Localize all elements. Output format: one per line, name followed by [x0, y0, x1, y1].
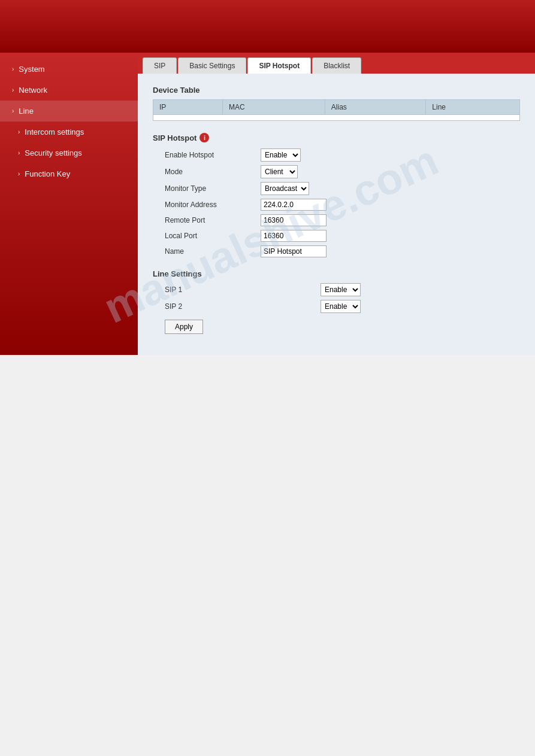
form-row-monitor-address: Monitor Address [153, 199, 520, 211]
input-name[interactable] [261, 245, 327, 257]
tabs-bar: SIP Basic Settings SIP Hotspot Blacklist [138, 53, 535, 74]
form-row-remote-port: Remote Port [153, 214, 520, 226]
sidebar-item-function-key[interactable]: › Function Key [0, 163, 138, 184]
select-mode[interactable]: Client Server [261, 165, 298, 178]
tab-sip-hotspot[interactable]: SIP Hotspot [247, 57, 311, 74]
apply-button[interactable]: Apply [165, 320, 203, 334]
device-table: IP MAC Alias Line [153, 99, 520, 121]
sidebar-label-security: Security settings [25, 148, 81, 157]
info-icon[interactable]: i [200, 133, 209, 142]
label-sip1: SIP 1 [165, 286, 321, 294]
sidebar-label-function-key: Function Key [25, 169, 70, 178]
form-row-mode: Mode Client Server [153, 165, 520, 178]
content-panel: Device Table IP MAC Alias Line [138, 74, 535, 355]
sidebar-item-system[interactable]: › System [0, 59, 138, 80]
input-monitor-address[interactable] [261, 199, 327, 211]
arrow-icon: › [12, 87, 14, 93]
form-row-monitor-type: Monitor Type Broadcast Multicast [153, 182, 520, 195]
form-row-enable-hotspot: Enable Hotspot Enable Disable [153, 148, 520, 162]
arrow-icon: › [12, 108, 14, 114]
main-layout: › System › Network › Line › Intercom set… [0, 53, 535, 355]
select-sip2[interactable]: Enable Disable [321, 300, 361, 313]
sidebar-label-system: System [19, 65, 44, 74]
label-mode: Mode [165, 168, 261, 176]
arrow-icon: › [18, 129, 20, 135]
input-local-port[interactable] [261, 230, 327, 242]
device-table-heading: Device Table [153, 86, 520, 95]
sidebar-item-network[interactable]: › Network [0, 80, 138, 101]
col-mac: MAC [222, 100, 325, 115]
sip-hotspot-section: SIP Hotspot i Enable Hotspot Enable Disa… [153, 133, 520, 257]
label-sip2: SIP 2 [165, 302, 321, 311]
sidebar-item-security-settings[interactable]: › Security settings [0, 142, 138, 163]
line-row-sip1: SIP 1 Enable Disable [153, 283, 520, 296]
content-area: SIP Basic Settings SIP Hotspot Blacklist… [138, 53, 535, 355]
sip-hotspot-title: SIP Hotspot i [153, 133, 520, 142]
arrow-icon: › [18, 150, 20, 156]
sidebar: › System › Network › Line › Intercom set… [0, 53, 138, 355]
col-line: Line [426, 100, 520, 115]
tab-basic-settings[interactable]: Basic Settings [178, 57, 246, 74]
input-remote-port[interactable] [261, 214, 327, 226]
arrow-icon: › [18, 171, 20, 177]
form-row-local-port: Local Port [153, 230, 520, 242]
page-wrapper: › System › Network › Line › Intercom set… [0, 0, 535, 756]
arrow-icon: › [12, 66, 14, 72]
tab-sip[interactable]: SIP [143, 57, 177, 74]
label-monitor-address: Monitor Address [165, 201, 261, 209]
label-remote-port: Remote Port [165, 216, 261, 224]
sidebar-item-line[interactable]: › Line [0, 101, 138, 122]
col-ip: IP [153, 100, 223, 115]
line-settings-heading: Line Settings [153, 269, 520, 278]
form-row-name: Name [153, 245, 520, 257]
line-row-sip2: SIP 2 Enable Disable [153, 300, 520, 313]
sidebar-item-intercom-settings[interactable]: › Intercom settings [0, 122, 138, 142]
label-monitor-type: Monitor Type [165, 184, 261, 193]
label-enable-hotspot: Enable Hotspot [165, 151, 261, 159]
label-local-port: Local Port [165, 232, 261, 240]
col-alias: Alias [325, 100, 426, 115]
sidebar-label-network: Network [19, 86, 47, 95]
select-sip1[interactable]: Enable Disable [321, 283, 361, 296]
line-settings-section: Line Settings SIP 1 Enable Disable SIP 2… [153, 269, 520, 334]
select-monitor-type[interactable]: Broadcast Multicast [261, 182, 309, 195]
sidebar-label-line: Line [19, 107, 34, 116]
label-name: Name [165, 247, 261, 256]
sidebar-label-intercom: Intercom settings [25, 127, 84, 136]
select-enable-hotspot[interactable]: Enable Disable [261, 148, 301, 162]
tab-blacklist[interactable]: Blacklist [312, 57, 361, 74]
top-banner [0, 0, 535, 53]
